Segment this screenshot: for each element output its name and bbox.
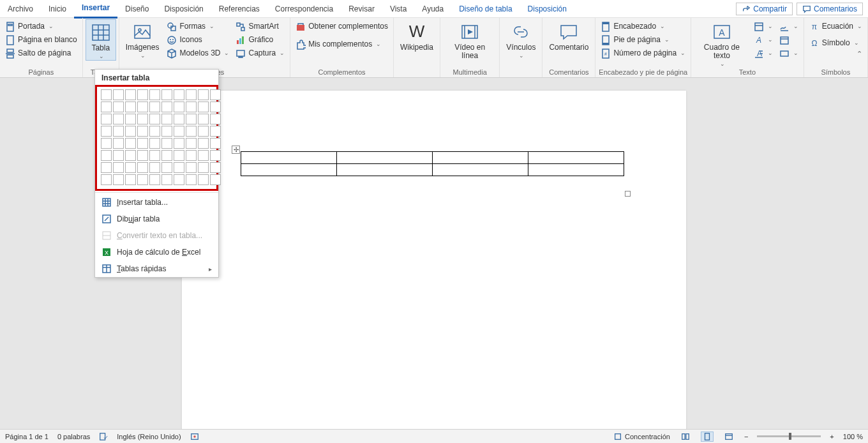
modelos3d-button[interactable]: Modelos 3D⌄ <box>164 47 232 60</box>
grid-cell[interactable] <box>113 101 124 112</box>
grid-cell[interactable] <box>210 114 221 124</box>
salto-pagina-button[interactable]: Salto de página <box>3 47 80 60</box>
simbolo-button[interactable]: Ω Símbolo⌄ <box>807 37 865 50</box>
grid-cell[interactable] <box>210 174 221 185</box>
grid-cell[interactable] <box>174 114 184 124</box>
formas-button[interactable]: Formas⌄ <box>164 20 232 33</box>
grid-cell[interactable] <box>101 114 112 124</box>
grid-cell[interactable] <box>186 150 197 161</box>
grid-cell[interactable] <box>198 162 209 173</box>
grid-cell[interactable] <box>101 89 112 100</box>
grid-cell[interactable] <box>125 150 136 161</box>
grid-cell[interactable] <box>137 150 148 161</box>
table-row[interactable] <box>241 152 624 164</box>
grid-cell[interactable] <box>174 89 184 100</box>
status-spellcheck[interactable] <box>99 432 108 441</box>
zoom-out-button[interactable]: − <box>744 433 748 440</box>
grid-cell[interactable] <box>125 174 136 185</box>
zoom-slider[interactable] <box>757 435 821 437</box>
grid-cell[interactable] <box>161 162 172 173</box>
menu-dibujar-tabla[interactable]: Dibujar tabla <box>95 211 218 227</box>
grid-cell[interactable] <box>210 101 221 112</box>
tab-referencias[interactable]: Referencias <box>211 0 267 18</box>
menu-tablas-rapidas[interactable]: Tablas rápidas ▸ <box>95 260 218 277</box>
datetime-button[interactable] <box>777 34 801 47</box>
object-button[interactable]: ⌄ <box>777 47 801 60</box>
status-language[interactable]: Inglés (Reino Unido) <box>117 433 181 440</box>
zoom-level[interactable]: 100 % <box>843 433 863 440</box>
tabla-button[interactable]: Tabla⌄ <box>86 19 116 61</box>
grid-cell[interactable] <box>198 89 209 100</box>
grid-cell[interactable] <box>125 162 136 173</box>
menu-excel[interactable]: X Hoja de cálculo de Excel <box>95 244 218 260</box>
tab-insertar[interactable]: Insertar <box>74 0 117 19</box>
grid-cell[interactable] <box>210 138 221 149</box>
grid-cell[interactable] <box>186 126 197 137</box>
encabezado-button[interactable]: Encabezado⌄ <box>598 20 688 33</box>
grid-cell[interactable] <box>125 89 136 100</box>
iconos-button[interactable]: Iconos <box>164 34 232 47</box>
pie-button[interactable]: Pie de página⌄ <box>598 34 688 47</box>
grid-cell[interactable] <box>198 114 209 124</box>
grid-cell[interactable] <box>149 89 160 100</box>
grid-cell[interactable] <box>101 138 112 149</box>
grid-cell[interactable] <box>137 174 148 185</box>
grid-cell[interactable] <box>113 126 124 137</box>
numero-pagina-button[interactable]: # Número de página⌄ <box>598 47 688 60</box>
quick-parts-button[interactable]: ⌄ <box>751 20 775 33</box>
status-page[interactable]: Página 1 de 1 <box>5 433 49 440</box>
vinculos-button[interactable]: Vínculos⌄ <box>502 19 539 59</box>
grid-cell[interactable] <box>161 138 172 149</box>
grid-cell[interactable] <box>174 101 184 112</box>
grid-cell[interactable] <box>210 89 221 100</box>
grid-cell[interactable] <box>161 89 172 100</box>
zoom-in-button[interactable]: + <box>830 433 834 440</box>
table-row[interactable] <box>241 164 624 176</box>
grid-cell[interactable] <box>174 138 184 149</box>
grid-cell[interactable] <box>198 138 209 149</box>
grid-cell[interactable] <box>149 114 160 124</box>
smartart-button[interactable]: SmartArt <box>233 20 287 33</box>
obtener-complementos-button[interactable]: Obtener complementos <box>293 20 391 33</box>
grid-cell[interactable] <box>186 174 197 185</box>
tab-disposicion[interactable]: Disposición <box>156 0 211 18</box>
view-read-button[interactable] <box>679 432 692 442</box>
imagenes-button[interactable]: Imágenes⌄ <box>122 19 163 59</box>
video-button[interactable]: Vídeo en línea <box>443 19 497 60</box>
grid-cell[interactable] <box>174 126 184 137</box>
grid-cell[interactable] <box>101 150 112 161</box>
tab-inicio[interactable]: Inicio <box>41 0 74 18</box>
grid-cell[interactable] <box>101 174 112 185</box>
document-table[interactable] <box>241 151 624 176</box>
grid-cell[interactable] <box>125 114 136 124</box>
ecuacion-button[interactable]: π Ecuación⌄ <box>807 20 865 33</box>
grid-cell[interactable] <box>161 114 172 124</box>
grid-cell[interactable] <box>161 126 172 137</box>
grid-cell[interactable] <box>149 174 160 185</box>
grid-cell[interactable] <box>101 101 112 112</box>
captura-button[interactable]: Captura⌄ <box>233 47 287 60</box>
grid-cell[interactable] <box>186 114 197 124</box>
grid-cell[interactable] <box>113 114 124 124</box>
grid-cell[interactable] <box>161 101 172 112</box>
tab-diseno[interactable]: Diseño <box>117 0 156 18</box>
grid-cell[interactable] <box>137 126 148 137</box>
grid-cell[interactable] <box>210 126 221 137</box>
dropcap-button[interactable]: A⌄ <box>751 47 775 60</box>
grid-cell[interactable] <box>149 138 160 149</box>
grid-cell[interactable] <box>137 114 148 124</box>
table-grid-picker[interactable] <box>101 89 213 185</box>
grid-cell[interactable] <box>210 162 221 173</box>
tab-disposicion-tabla[interactable]: Disposición <box>520 0 574 18</box>
grid-cell[interactable] <box>174 162 184 173</box>
grid-cell[interactable] <box>149 162 160 173</box>
grid-cell[interactable] <box>125 101 136 112</box>
grid-cell[interactable] <box>113 162 124 173</box>
grid-cell[interactable] <box>113 150 124 161</box>
signature-button[interactable]: ⌄ <box>777 20 801 33</box>
grid-cell[interactable] <box>210 150 221 161</box>
tab-correspondencia[interactable]: Correspondencia <box>267 0 341 18</box>
grid-cell[interactable] <box>137 101 148 112</box>
tab-ayuda[interactable]: Ayuda <box>414 0 451 18</box>
grid-cell[interactable] <box>149 101 160 112</box>
